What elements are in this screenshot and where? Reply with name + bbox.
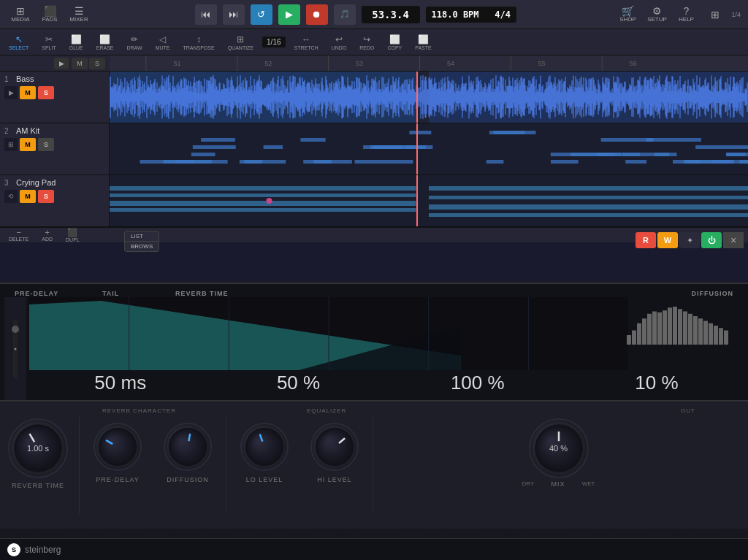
redo-label: REDO (359, 45, 374, 50)
quantize-label: QUANTIZE (228, 45, 253, 50)
dupl-track-btn[interactable]: ⬛ DUPL (61, 228, 84, 242)
help-button[interactable]: ? HELP (673, 1, 699, 28)
rwb-icon-btn[interactable]: ✦ (679, 232, 700, 248)
ruler-right (110, 55, 748, 71)
mixer-button[interactable]: ☰ MIXER (66, 1, 92, 28)
pre-delay-knob[interactable] (93, 422, 142, 472)
track-mute-amkit[interactable]: M (20, 138, 36, 151)
glue-tool[interactable]: ⬜ GLUE (64, 33, 89, 52)
track-play-bass[interactable]: ▶ (4, 86, 18, 99)
media-label: MEDIA (11, 16, 29, 23)
playhead-3 (416, 175, 418, 226)
play-btn-small[interactable]: ▶ (54, 58, 69, 69)
s-btn-master[interactable]: S (89, 58, 105, 69)
track-content-cryingpad[interactable] (110, 175, 748, 226)
track-ruler: ▶ M S (0, 55, 748, 72)
pre-delay-label: PRE-DELAY (15, 290, 102, 297)
top-toolbar: ⊞ MEDIA ⬛ PADS ☰ MIXER ⏮ ⏭ ↺ ▶ ⏺ 🎵 53.3.… (0, 0, 748, 29)
mix-knob[interactable]: 40 % (528, 418, 589, 479)
dry-label: DRY (522, 480, 535, 488)
tail-label: TAIL (102, 290, 175, 297)
split-tool[interactable]: ✂ SPLIT (36, 33, 61, 52)
pads-button[interactable]: ⬛ PADS (37, 1, 63, 28)
position-display[interactable]: 53.3.4 (362, 6, 420, 23)
reverb-visualizer: PRE-DELAY TAIL REVERB TIME DIFFUSION (0, 284, 748, 401)
track-mute-cryingpad[interactable]: M (20, 190, 36, 203)
erase-label: ERASE (96, 45, 114, 50)
draw-tool[interactable]: ✏ DRAW (121, 33, 148, 52)
hi-level-knob[interactable] (310, 422, 359, 472)
plugin-panel: PRE-DELAY TAIL REVERB TIME DIFFUSION (0, 283, 748, 560)
track-mute-bass[interactable]: M (20, 86, 36, 99)
track-content-amkit[interactable] (110, 123, 748, 174)
track-icon-cryingpad[interactable]: ⟲ (4, 190, 18, 203)
delete-label: DELETE (9, 237, 28, 242)
track-solo-amkit[interactable]: S (38, 138, 54, 151)
add-track-btn[interactable]: + ADD (37, 228, 57, 242)
media-button[interactable]: ⊞ MEDIA (7, 1, 34, 28)
setup-button[interactable]: ⚙ SETUP (644, 1, 670, 28)
playhead (416, 72, 418, 123)
quantize-value[interactable]: 1/16 (262, 37, 285, 47)
draw-label: DRAW (126, 45, 142, 50)
r-button[interactable]: R (636, 232, 656, 248)
bpm-display: 118.0 BPM 4/4 (426, 7, 516, 23)
grid-button[interactable]: ⊞ (702, 1, 728, 28)
reverb-slider[interactable] (4, 297, 26, 400)
time-sig[interactable]: 4/4 (495, 9, 511, 20)
track-solo-cryingpad[interactable]: S (38, 190, 54, 203)
mute-tool[interactable]: ◁ MUTE (150, 33, 176, 52)
bpm-value[interactable]: 118.0 BPM (432, 9, 479, 20)
shop-label: SHOP (619, 16, 636, 23)
track-num-1: 1 (4, 75, 13, 83)
ruler-left: ▶ M S (0, 58, 110, 69)
paste-tool[interactable]: ⬜ PASTE (409, 33, 437, 52)
select-tool[interactable]: ↖ SELECT (3, 33, 34, 52)
stretch-tool[interactable]: ↔ STRETCH (289, 33, 324, 52)
reverb-time-knob[interactable]: 1.00 s (7, 418, 69, 479)
shop-button[interactable]: 🛒 SHOP (614, 1, 641, 28)
redo-tool[interactable]: ↪ REDO (354, 33, 380, 52)
rewind-button[interactable]: ⏮ (195, 4, 217, 25)
left-tools: ⊞ MEDIA ⬛ PADS ☰ MIXER (3, 1, 96, 28)
track-name-amkit: AM Kit (16, 126, 39, 135)
track-header-bass: 1 Bass ▶ M S (0, 72, 110, 123)
lo-level-knob[interactable] (240, 422, 289, 472)
transpose-tool[interactable]: ↕ TRANSPOSE (177, 33, 220, 52)
m-btn-master[interactable]: M (72, 58, 88, 69)
undo-label: UNDO (332, 45, 347, 50)
erase-tool[interactable]: ⬜ ERASE (91, 33, 120, 52)
separator-1 (79, 416, 80, 514)
close-plugin-btn[interactable]: × (723, 232, 744, 248)
power-button[interactable]: ⏻ (701, 232, 722, 248)
copy-label: COPY (387, 45, 402, 50)
play-button[interactable]: ▶ (278, 4, 300, 25)
bottom-bar: S steinberg (0, 538, 748, 560)
diffusion-knob[interactable] (163, 422, 213, 472)
stretch-label: STRETCH (294, 45, 318, 50)
track-solo-bass[interactable]: S (38, 86, 54, 99)
reverb-time-value: 100 % (451, 372, 505, 394)
track-icon-amkit[interactable]: ⊞ (4, 138, 18, 151)
delete-track-btn[interactable]: − DELETE (4, 228, 33, 242)
quantize-tool[interactable]: ⊞ QUANTIZE (222, 33, 259, 52)
loop-button[interactable]: ↺ (251, 4, 272, 25)
hi-level-knob-label: HI LEVEL (317, 476, 352, 483)
browse-btn[interactable]: BROWS (125, 242, 159, 251)
track-content-bass[interactable] (110, 72, 748, 123)
undo-tool[interactable]: ↩ UNDO (326, 33, 353, 52)
separator-3 (373, 416, 373, 514)
fast-forward-button[interactable]: ⏭ (223, 4, 245, 25)
record-button[interactable]: ⏺ (306, 4, 328, 25)
steinberg-logo: S steinberg (7, 543, 61, 556)
w-button[interactable]: W (657, 232, 678, 248)
lo-level-knob-label: LO LEVEL (246, 476, 283, 483)
track-row: 1 Bass ▶ M S (0, 72, 748, 123)
track-row: 2 AM Kit ⊞ M S (0, 123, 748, 175)
wet-label: WET (582, 480, 595, 488)
metronome-button[interactable]: 🎵 (334, 4, 356, 25)
track-num-3: 3 (4, 179, 13, 187)
list-btn[interactable]: LIST (125, 231, 159, 242)
mixer-label: MIXER (69, 16, 88, 23)
copy-tool[interactable]: ⬜ COPY (381, 33, 408, 52)
